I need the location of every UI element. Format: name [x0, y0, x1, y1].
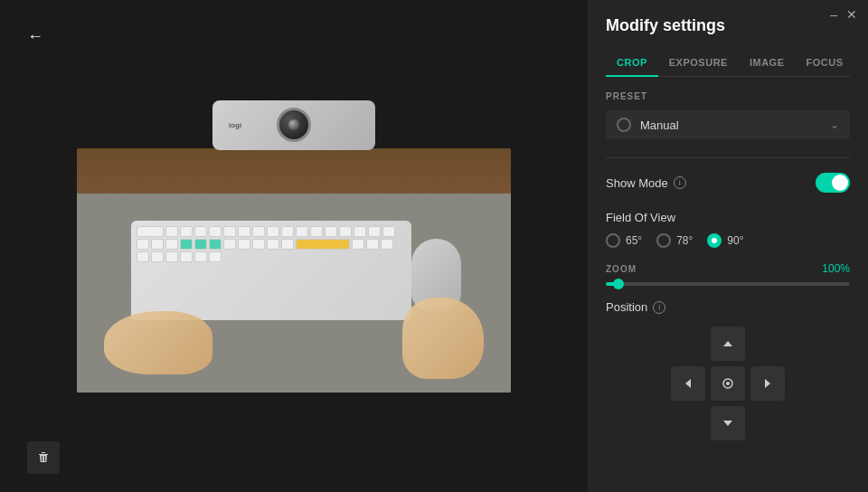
zoom-header: ZOOM 100%: [606, 262, 850, 275]
fov-option-90[interactable]: 90°: [707, 233, 743, 248]
key: [381, 239, 393, 250]
key: [238, 226, 250, 237]
fov-radio-78: [656, 233, 671, 248]
zoom-slider[interactable]: [606, 282, 850, 286]
trash-button[interactable]: [27, 441, 60, 474]
dpad-row-middle: [671, 366, 785, 401]
panel-title: Modify settings: [606, 16, 850, 35]
toggle-row: Show Mode i: [606, 173, 850, 193]
key: [267, 226, 279, 237]
zoom-label: ZOOM: [606, 264, 637, 274]
dpad-down-button[interactable]: [711, 406, 745, 440]
key: [165, 239, 178, 250]
key: [137, 239, 149, 250]
chevron-down-icon: [722, 418, 733, 429]
key: [281, 239, 294, 250]
webcam-device: logi: [212, 100, 375, 150]
key: [267, 239, 279, 250]
chevron-left-icon: [683, 378, 693, 389]
key: [310, 226, 323, 237]
fov-options: 65° 78° 90°: [606, 233, 850, 248]
hand-right: [402, 298, 484, 379]
key: [296, 226, 308, 237]
fov-radio-90: [707, 233, 722, 248]
position-info-icon: i: [653, 301, 665, 314]
tab-image[interactable]: IMAGE: [739, 50, 796, 77]
zoom-section: ZOOM 100%: [606, 262, 850, 286]
panel-header: Modify settings CROP EXPOSURE IMAGE FOCU…: [588, 0, 868, 77]
divider: [606, 157, 850, 158]
dpad-center-icon: [722, 377, 734, 390]
webcam-brand: logi: [229, 121, 241, 129]
preset-value: Manual: [640, 118, 679, 132]
tab-crop[interactable]: CROP: [606, 50, 658, 77]
key: [194, 251, 207, 262]
key: [223, 239, 236, 250]
chevron-down-icon: ⌄: [830, 118, 839, 131]
key: [339, 226, 352, 237]
dpad-row-bottom: [711, 406, 745, 440]
position-section: Position i: [606, 300, 850, 440]
fov-option-65[interactable]: 65°: [606, 233, 642, 248]
hand-left: [104, 311, 212, 374]
fov-option-78[interactable]: 78°: [656, 233, 693, 248]
dpad-left-button[interactable]: [671, 366, 705, 401]
camera-container: logi: [77, 100, 511, 393]
show-mode-label: Show Mode i: [606, 176, 686, 190]
key: [252, 239, 265, 250]
key: [325, 226, 337, 237]
webcam-lens: [277, 108, 311, 142]
panel-content: PRESET Manual ⌄ Show Mode i: [588, 77, 868, 492]
show-mode-section: Show Mode i: [606, 173, 850, 193]
key: [151, 239, 164, 250]
key-accent: [194, 239, 207, 250]
keyboard: [131, 221, 411, 320]
tab-focus[interactable]: FOCUS: [795, 50, 854, 77]
tab-exposure[interactable]: EXPOSURE: [658, 50, 739, 77]
dpad: [606, 326, 850, 440]
chevron-up-icon: [722, 338, 733, 349]
left-panel: ← logi: [0, 0, 588, 492]
slider-track: [606, 282, 850, 286]
video-desk: [77, 148, 511, 393]
fov-option-65-label: 65°: [626, 234, 642, 247]
show-mode-info-icon: i: [674, 176, 686, 189]
trash-icon: [36, 450, 51, 465]
key: [368, 226, 381, 237]
slider-thumb[interactable]: [613, 279, 624, 289]
preset-label: PRESET: [606, 91, 850, 101]
key-yellow: [296, 239, 350, 250]
window-controls: – ✕: [830, 7, 857, 22]
minimize-button[interactable]: –: [830, 7, 837, 22]
chevron-right-icon: [762, 378, 773, 389]
fov-label: Field Of View: [606, 211, 850, 224]
show-mode-toggle[interactable]: [816, 173, 850, 193]
key-accent: [180, 239, 193, 250]
fov-option-90-label: 90°: [727, 234, 743, 247]
key: [352, 239, 364, 250]
key: [165, 226, 178, 237]
key: [366, 239, 379, 250]
preset-row[interactable]: Manual ⌄: [606, 110, 850, 139]
key: [238, 239, 250, 250]
preset-section: PRESET Manual ⌄: [606, 91, 850, 139]
preset-radio: [617, 118, 631, 132]
dpad-right-button[interactable]: [750, 366, 785, 401]
key: [137, 226, 164, 237]
key: [209, 226, 222, 237]
back-button[interactable]: ←: [27, 27, 43, 46]
dpad-center-button[interactable]: [711, 366, 745, 401]
key: [354, 226, 366, 237]
key: [165, 251, 178, 262]
key: [180, 226, 193, 237]
close-button[interactable]: ✕: [846, 7, 857, 22]
dpad-up-button[interactable]: [711, 326, 745, 361]
toggle-knob: [832, 175, 848, 191]
fov-section: Field Of View 65° 78° 90°: [606, 211, 850, 248]
key: [137, 251, 149, 262]
key: [382, 226, 395, 237]
key: [281, 226, 294, 237]
key: [194, 226, 207, 237]
key: [180, 251, 193, 262]
tabs: CROP EXPOSURE IMAGE FOCUS: [606, 50, 850, 77]
